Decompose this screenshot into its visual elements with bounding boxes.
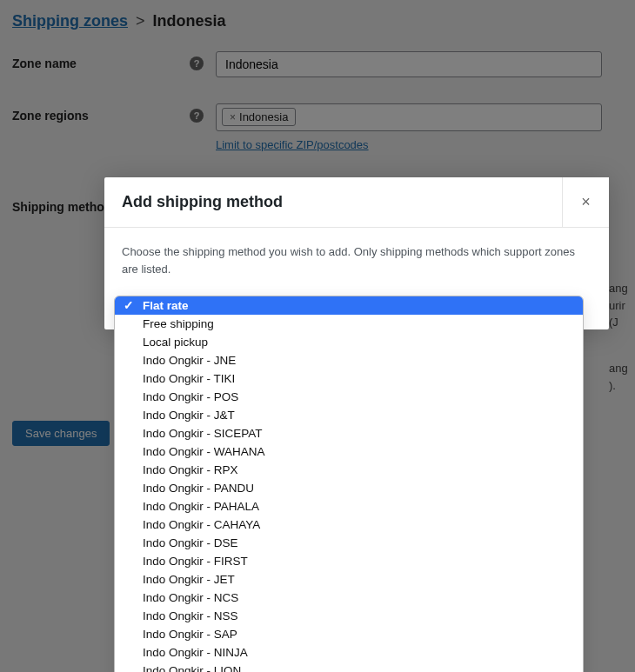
dropdown-option[interactable]: Indo Ongkir - FIRST [115, 552, 583, 570]
dropdown-option[interactable]: Indo Ongkir - SICEPAT [115, 424, 583, 442]
dropdown-option[interactable]: Indo Ongkir - DSE [115, 534, 583, 552]
dropdown-option[interactable]: Indo Ongkir - PANDU [115, 479, 583, 497]
dropdown-option[interactable]: Indo Ongkir - POS [115, 388, 583, 406]
modal-title: Add shipping method [122, 193, 283, 211]
dropdown-option[interactable]: Indo Ongkir - WAHANA [115, 442, 583, 461]
modal-description: Choose the shipping method you wish to a… [122, 243, 592, 277]
dropdown-option[interactable]: Flat rate [115, 296, 583, 315]
dropdown-option[interactable]: Free shipping [115, 315, 583, 333]
dropdown-option[interactable]: Indo Ongkir - JNE [115, 351, 583, 369]
dropdown-option[interactable]: Local pickup [115, 333, 583, 351]
dropdown-option[interactable]: Indo Ongkir - J&T [115, 406, 583, 424]
close-icon[interactable]: × [562, 177, 609, 227]
dropdown-option[interactable]: Indo Ongkir - NSS [115, 607, 583, 625]
dropdown-option[interactable]: Indo Ongkir - RPX [115, 461, 583, 479]
modal-header: Add shipping method × [104, 177, 609, 228]
dropdown-option[interactable]: Indo Ongkir - SAP [115, 625, 583, 643]
shipping-method-dropdown[interactable]: Flat rateFree shippingLocal pickupIndo O… [114, 296, 584, 672]
dropdown-option[interactable]: Indo Ongkir - LION [115, 662, 583, 672]
dropdown-option[interactable]: Indo Ongkir - CAHAYA [115, 516, 583, 534]
dropdown-option[interactable]: Indo Ongkir - JET [115, 570, 583, 589]
dropdown-option[interactable]: Indo Ongkir - NCS [115, 589, 583, 607]
dropdown-option[interactable]: Indo Ongkir - PAHALA [115, 497, 583, 516]
dropdown-option[interactable]: Indo Ongkir - NINJA [115, 643, 583, 662]
dropdown-option[interactable]: Indo Ongkir - TIKI [115, 369, 583, 388]
